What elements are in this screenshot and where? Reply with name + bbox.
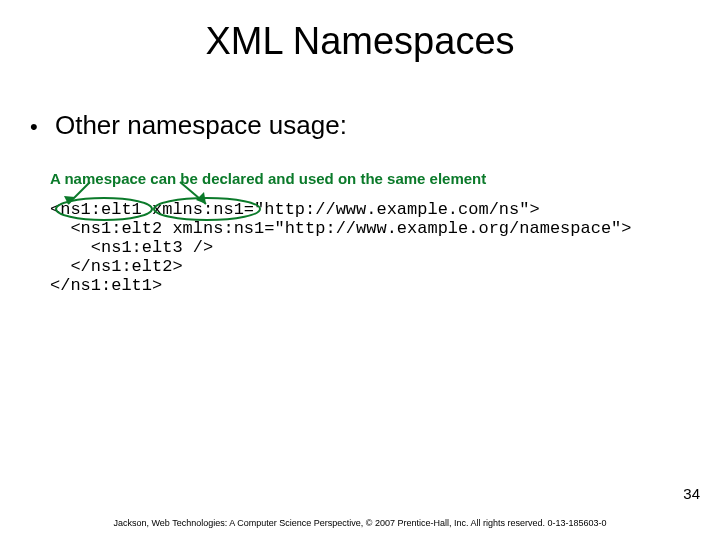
bullet-text: Other namespace usage: [55, 110, 347, 140]
code-block: <ns1:elt1 xmlns:ns1="http://www.example.… [50, 200, 650, 295]
slide-title: XML Namespaces [0, 20, 720, 63]
annotation-text: A namespace can be declared and used on … [50, 170, 486, 187]
code-line: <ns1:elt2 xmlns:ns1="http://www.example.… [50, 219, 650, 238]
bullet-icon: • [30, 114, 38, 140]
footer-citation: Jackson, Web Technologies: A Computer Sc… [0, 518, 720, 528]
code-line: </ns1:elt1> [50, 276, 650, 295]
code-line: <ns1:elt1 xmlns:ns1="http://www.example.… [50, 200, 650, 219]
code-line: <ns1:elt3 /> [50, 238, 650, 257]
page-number: 34 [683, 485, 700, 502]
bullet-item: • Other namespace usage: [30, 110, 347, 141]
code-line: </ns1:elt2> [50, 257, 650, 276]
